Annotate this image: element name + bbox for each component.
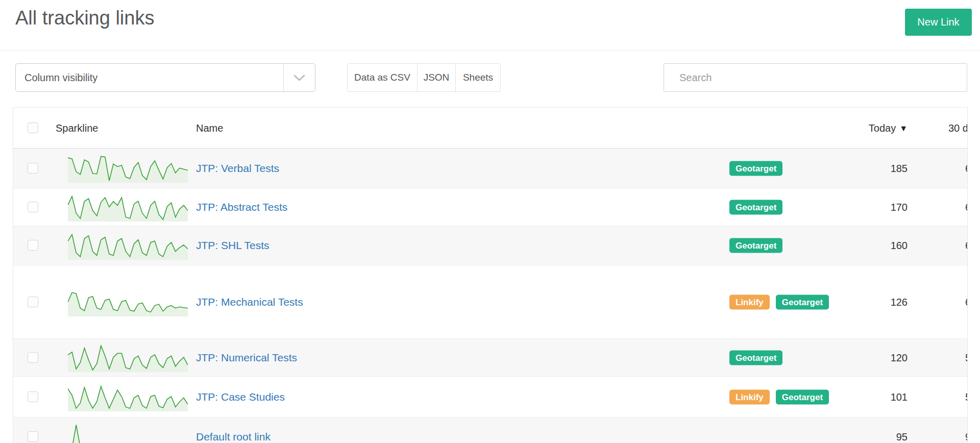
tracking-link-name[interactable]: JTP: Numerical Tests — [196, 351, 297, 363]
badge-linkify: Linkify — [729, 294, 770, 309]
tracking-link-name[interactable]: Default root link — [196, 430, 271, 442]
tracking-link-name[interactable]: JTP: Case Studies — [196, 390, 285, 403]
column-header-30days[interactable]: 30 days — [948, 108, 968, 149]
sparkline-chart — [68, 193, 188, 222]
page-title: All tracking links — [15, 7, 154, 29]
badge-list: Geotarget — [729, 161, 789, 176]
new-link-button[interactable]: New Link — [905, 9, 972, 36]
badge-geotarget: Geotarget — [729, 238, 782, 253]
row-checkbox[interactable] — [28, 202, 38, 212]
select-all-checkbox[interactable] — [28, 122, 38, 133]
row-checkbox[interactable] — [28, 391, 38, 402]
badge-geotarget: Geotarget — [729, 350, 782, 365]
badge-geotarget: Geotarget — [729, 200, 782, 214]
tracking-link-name[interactable]: JTP: Mechanical Tests — [196, 296, 303, 308]
header-divider — [0, 50, 980, 51]
today-count: 95 — [805, 431, 908, 442]
column-header-sparkline: Sparkline — [56, 108, 98, 149]
today-count: 160 — [805, 240, 908, 252]
badge-linkify: Linkify — [729, 389, 770, 404]
table-row: JTP: SHL Tests Geotarget 160 6 — [13, 226, 967, 265]
row-checkbox[interactable] — [28, 240, 38, 251]
column-header-today-label: Today — [869, 122, 896, 134]
today-count: 185 — [805, 162, 908, 174]
sort-desc-icon: ▼ — [899, 108, 908, 149]
table-row: Default root link 95 9 — [13, 417, 967, 443]
today-count: 170 — [805, 201, 908, 213]
row-checkbox[interactable] — [28, 431, 38, 442]
row-checkbox[interactable] — [28, 163, 38, 174]
table-row: JTP: Case Studies LinkifyGeotarget 101 5 — [13, 377, 967, 417]
sparkline-chart — [68, 288, 188, 316]
30day-count-clipped: 6 — [965, 240, 968, 252]
30day-count-clipped: 5 — [965, 391, 968, 403]
30day-count-clipped: 5 — [965, 352, 968, 363]
tracking-link-name[interactable]: JTP: Verbal Tests — [196, 162, 279, 174]
sparkline-chart — [68, 343, 188, 372]
column-visibility-label: Column visibility — [24, 64, 97, 91]
table-row: JTP: Abstract Tests Geotarget 170 6 — [13, 188, 967, 226]
badge-list: Geotarget — [729, 238, 789, 253]
column-header-name[interactable]: Name — [196, 108, 223, 149]
table-row: JTP: Mechanical Tests LinkifyGeotarget 1… — [13, 265, 967, 339]
tracking-link-name[interactable]: JTP: SHL Tests — [196, 239, 270, 252]
tracking-link-name[interactable]: JTP: Abstract Tests — [196, 201, 287, 213]
30day-count-clipped: 6 — [965, 296, 968, 308]
30day-count-clipped: 9 — [965, 431, 968, 442]
search-input[interactable] — [664, 63, 967, 92]
30day-count-clipped: 6 — [965, 201, 968, 213]
30day-count-clipped: 6 — [965, 162, 968, 174]
sparkline-chart — [68, 423, 188, 443]
table-header-row: Sparkline Name Today▼ 30 days — [13, 108, 967, 149]
table-body: JTP: Verbal Tests Geotarget 185 6 JTP: A… — [13, 149, 967, 443]
chevron-down-icon — [283, 64, 315, 91]
sparkline-chart — [68, 154, 188, 183]
column-visibility-dropdown[interactable]: Column visibility — [15, 63, 315, 92]
sparkline-chart — [68, 231, 188, 260]
export-csv-button[interactable]: Data as CSV — [347, 63, 418, 92]
row-checkbox[interactable] — [28, 297, 38, 307]
today-count: 120 — [805, 352, 908, 363]
badge-geotarget: Geotarget — [729, 161, 782, 176]
today-count: 126 — [805, 296, 908, 308]
row-checkbox[interactable] — [28, 352, 38, 363]
badge-list: Geotarget — [729, 350, 789, 365]
sparkline-chart — [68, 383, 188, 411]
export-button-group: Data as CSV JSON Sheets — [347, 63, 501, 92]
column-header-today[interactable]: Today▼ — [805, 108, 908, 150]
badge-list: Geotarget — [729, 200, 789, 214]
export-json-button[interactable]: JSON — [417, 63, 456, 92]
today-count: 101 — [805, 391, 908, 403]
export-sheets-button[interactable]: Sheets — [455, 63, 501, 92]
table-row: JTP: Verbal Tests Geotarget 185 6 — [13, 149, 967, 188]
links-table: Sparkline Name Today▼ 30 days JTP: Verba… — [13, 107, 968, 443]
table-row: JTP: Numerical Tests Geotarget 120 5 — [13, 339, 967, 377]
